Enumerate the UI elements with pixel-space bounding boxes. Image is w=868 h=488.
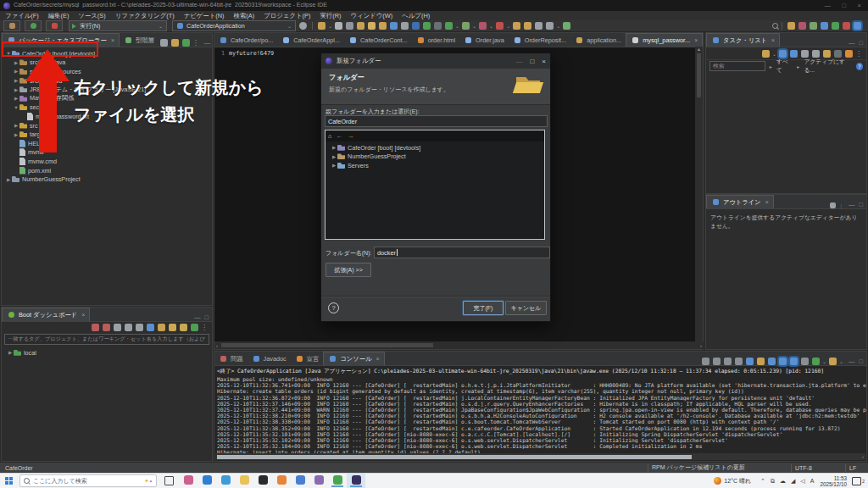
maximize-icon[interactable]: □	[859, 39, 863, 47]
open-type-icon[interactable]	[357, 22, 364, 30]
taskbar-weather[interactable]: 12°C 晴れ	[724, 477, 751, 485]
profile-icon[interactable]	[496, 22, 504, 30]
scroll-right-icon[interactable]: ›	[700, 343, 702, 348]
menu-item-9[interactable]: ヘルプ(H)	[402, 12, 430, 20]
group-icon[interactable]	[823, 50, 831, 58]
editor-tab[interactable]: CafeOrderCont...	[344, 34, 412, 47]
coverage-icon[interactable]	[479, 22, 487, 30]
gear-icon[interactable]	[299, 22, 307, 30]
filter-icon[interactable]	[180, 324, 187, 331]
sync-tasks-icon[interactable]	[845, 50, 853, 58]
debug-button[interactable]	[25, 20, 42, 31]
editor-tab[interactable]: Order.java	[459, 34, 509, 47]
editor-tab[interactable]: OrderReposit...	[509, 34, 570, 47]
boot-filter-input[interactable]: 一致するタグ、プロジェクト、またはワーキング・セット名を入力します（および？ワイ…	[4, 334, 209, 345]
back-arrow-icon[interactable]: ←	[336, 133, 342, 140]
view-menu-icon[interactable]: ⋮	[201, 324, 208, 331]
scroll-thumb[interactable]	[217, 455, 692, 459]
menu-item-4[interactable]: ナビゲート(N)	[184, 12, 225, 20]
prev-annotation-icon[interactable]	[535, 22, 542, 30]
folder-name-input[interactable]: docker	[374, 247, 550, 258]
editor-tab[interactable]: CafeOrderAppl...	[277, 34, 344, 47]
hide-completed-icon[interactable]	[812, 50, 820, 58]
run-dropdown[interactable]: 実行(N) ⌄	[69, 20, 167, 31]
weather-icon[interactable]	[714, 477, 721, 485]
last-edit-icon[interactable]	[563, 22, 570, 30]
status-line-ending[interactable]: LF	[849, 465, 865, 471]
copilot-icon[interactable]: ✦✦	[144, 478, 153, 485]
dialog-title-bar[interactable]: 新規フォルダー — □ ×	[321, 53, 550, 69]
editor-tab[interactable]: application...	[570, 34, 626, 47]
scroll-up-icon[interactable]: ▲	[695, 47, 703, 52]
display-selected-icon[interactable]	[790, 358, 798, 365]
java-perspective-icon[interactable]	[854, 22, 861, 30]
scroll-thumb[interactable]	[221, 343, 433, 347]
debug-icon[interactable]	[462, 22, 470, 30]
scroll-lock-icon[interactable]	[746, 358, 754, 365]
open-browser-icon[interactable]	[147, 324, 154, 331]
close-icon[interactable]: ×	[111, 37, 114, 43]
menu-item-2[interactable]: ソース(S)	[78, 12, 105, 20]
task-search-input[interactable]: 検索	[709, 61, 765, 71]
new-console-icon[interactable]	[829, 358, 837, 365]
tab-boot-dashboard[interactable]: Boot ダッシュボード ×	[2, 308, 90, 321]
search-console-icon[interactable]	[801, 358, 809, 365]
tree-item[interactable]: mvnw	[3, 148, 212, 158]
scroll-thumb[interactable]	[697, 53, 701, 97]
edit-icon[interactable]	[158, 324, 165, 331]
tab-task-list[interactable]: タスク・リスト ×	[706, 33, 780, 47]
close-icon[interactable]: ×	[376, 356, 380, 362]
chevron-down-icon[interactable]: ⌄	[455, 23, 459, 29]
maximize-icon[interactable]: □	[859, 201, 863, 208]
open-console-icon[interactable]	[812, 358, 820, 365]
tray-volume-icon[interactable]: ◁	[800, 478, 804, 485]
categorized-icon[interactable]	[779, 50, 787, 58]
scheduled-icon[interactable]	[790, 50, 798, 58]
jee-perspective-icon[interactable]	[821, 22, 828, 30]
minimize-icon[interactable]: —	[204, 39, 211, 47]
close-icon[interactable]: ×	[765, 199, 769, 205]
resource-perspective-icon[interactable]	[843, 22, 850, 30]
terminal-app-icon[interactable]	[253, 474, 272, 488]
view-menu-icon[interactable]: ⋮	[855, 50, 862, 58]
back-icon[interactable]	[513, 22, 520, 30]
collapse-all-icon[interactable]	[160, 39, 168, 47]
tray-network-icon[interactable]: ◢	[791, 478, 795, 485]
chevron-down-icon[interactable]: ⌄	[556, 23, 560, 29]
close-icon[interactable]: ×	[771, 37, 775, 43]
tray-onedrive-icon[interactable]: ☁	[780, 478, 786, 485]
run-icon[interactable]	[445, 22, 453, 30]
forward-icon[interactable]	[524, 22, 531, 30]
photos-app-icon[interactable]	[179, 474, 198, 488]
tree-item[interactable]: ▶NumberGuessProject	[3, 175, 212, 184]
console-view-tab[interactable]: 宣言	[291, 352, 324, 365]
chevron-down-icon[interactable]: ⌄	[472, 23, 476, 29]
view-menu-icon[interactable]: ⋮	[838, 202, 843, 208]
relaunch-icon[interactable]	[125, 324, 132, 331]
editor-vscrollbar[interactable]: ▲	[695, 47, 703, 343]
file-explorer-icon[interactable]	[235, 474, 253, 488]
tray-ime-icon[interactable]: A	[810, 478, 815, 484]
tree-item[interactable]: HELP.md	[3, 139, 212, 148]
window-minimize-button[interactable]: —	[825, 2, 832, 9]
all-tasks-link[interactable]: すべて	[776, 58, 793, 75]
azure-app-icon[interactable]	[291, 474, 309, 488]
dialog-close-button[interactable]: ×	[542, 58, 546, 65]
annotate-icon[interactable]	[379, 22, 387, 30]
menu-item-7[interactable]: 実行(R)	[320, 12, 341, 20]
mail-app-icon[interactable]	[216, 474, 235, 488]
maximize-icon[interactable]: □	[204, 313, 209, 321]
menu-item-1[interactable]: 編集(E)	[48, 12, 70, 20]
console-log[interactable]: Maximum pool size: undefined/unknown2025…	[214, 376, 866, 457]
start-debug-icon[interactable]	[103, 324, 110, 331]
editor-tab[interactable]: mysql_passwor...×	[626, 33, 703, 47]
maximize-icon[interactable]: □	[859, 358, 863, 365]
skip-breakpoints-icon[interactable]	[434, 22, 442, 30]
editor-tab[interactable]: CafeOrder/po...	[214, 34, 277, 47]
tree-item[interactable]: ▶CafeOrder [boot] [devtools]	[327, 143, 544, 152]
quick-tool-button[interactable]	[3, 20, 20, 31]
tray-expand-icon[interactable]: ⌃	[760, 478, 765, 485]
sync-icon[interactable]	[412, 22, 420, 30]
window-maximize-button[interactable]: □	[842, 2, 846, 9]
chevron-down-icon[interactable]: ⌄	[328, 23, 332, 29]
